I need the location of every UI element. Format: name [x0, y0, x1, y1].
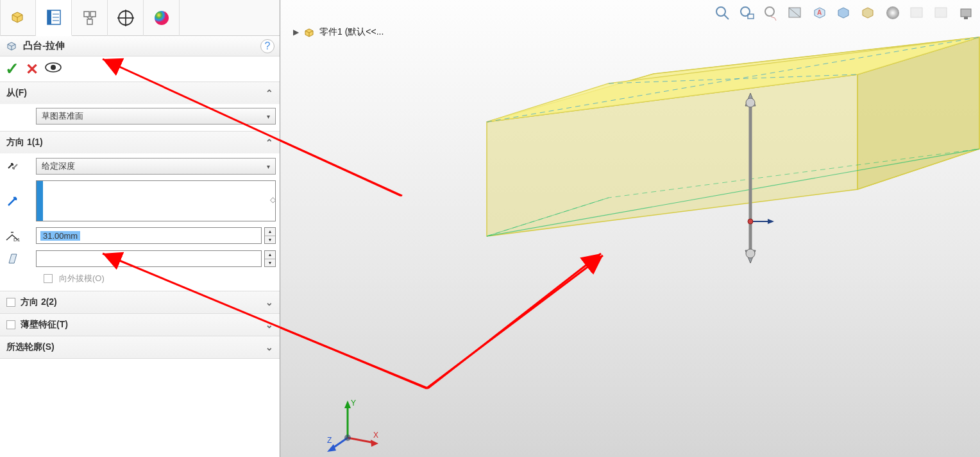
svg-marker-61 [344, 401, 351, 408]
svg-marker-63 [371, 440, 378, 447]
svg-marker-41 [487, 74, 858, 236]
section-dir1-header[interactable]: 方向 1(1) ⌃ [0, 132, 280, 153]
svg-marker-65 [327, 444, 336, 452]
svg-point-66 [344, 435, 351, 441]
svg-point-56 [748, 219, 753, 224]
graphics-viewport[interactable]: A ▶ 零件1 (默认<<... [280, 0, 980, 457]
section-dir2-label: 方向 2(2) [21, 297, 57, 308]
draft-outward-checkbox[interactable] [44, 274, 53, 283]
section-dir1-label: 方向 1(1) [6, 137, 43, 148]
direction-vector-icon [4, 192, 22, 210]
property-manager-panel: 凸台-拉伸 ? ✓ ✕ 从(F) ⌃ 草图基准面 [0, 0, 280, 457]
preview-button[interactable] [45, 62, 62, 76]
end-condition-dropdown[interactable]: 给定深度 [36, 158, 276, 175]
depth-spinner[interactable]: ▲▼ [264, 227, 276, 244]
chevron-down-icon: ⌄ [266, 320, 273, 330]
svg-point-53 [746, 249, 755, 258]
action-row: ✓ ✕ [0, 56, 280, 82]
section-from-header[interactable]: 从(F) ⌃ [0, 82, 280, 104]
triad-z-label: Z [327, 436, 332, 445]
model-preview[interactable] [280, 0, 980, 457]
tab-property-manager[interactable] [36, 0, 72, 36]
chevron-down-icon: ⌄ [266, 342, 273, 352]
orientation-triad[interactable]: Y X Z [316, 393, 380, 457]
chevron-down-icon: ⌄ [266, 297, 273, 307]
cancel-button[interactable]: ✕ [26, 60, 38, 78]
pin-icon[interactable]: ◇ [270, 195, 276, 204]
thin-checkbox[interactable] [6, 320, 15, 329]
feature-title: 凸台-拉伸 [23, 40, 65, 52]
svg-rect-1 [47, 10, 51, 24]
section-thin-header[interactable]: 薄壁特征(T) ⌄ [0, 314, 280, 336]
dir2-checkbox[interactable] [6, 298, 15, 307]
section-dir2-header[interactable]: 方向 2(2) ⌄ [0, 291, 280, 313]
svg-text:D1: D1 [13, 237, 21, 243]
end-condition-value: 给定深度 [42, 160, 75, 172]
depth-icon: D1 [4, 227, 22, 245]
from-dropdown[interactable]: 草图基准面 [36, 108, 276, 125]
draft-outward-label: 向外拔模(O) [59, 273, 105, 284]
ok-button[interactable]: ✓ [5, 59, 19, 79]
draft-spinner[interactable]: ▲▼ [264, 250, 276, 267]
svg-rect-7 [87, 19, 92, 24]
panel-tabs [0, 0, 280, 36]
svg-rect-6 [90, 12, 96, 17]
extrude-icon [5, 39, 19, 53]
tab-config-manager[interactable] [72, 0, 108, 36]
svg-point-51 [746, 98, 755, 107]
section-contours-header[interactable]: 所选轮廓(S) ⌄ [0, 336, 280, 358]
svg-point-13 [155, 11, 169, 25]
tab-feature-tree[interactable] [0, 0, 36, 36]
depth-value: 31.00mm [40, 231, 80, 241]
section-contours-label: 所选轮廓(S) [6, 341, 55, 353]
depth-input[interactable]: 31.00mm [36, 227, 262, 244]
draft-input[interactable] [36, 250, 262, 267]
feature-header: 凸台-拉伸 ? [0, 36, 280, 56]
svg-line-62 [348, 438, 375, 443]
svg-rect-5 [84, 12, 89, 17]
chevron-up-icon: ⌃ [266, 137, 273, 148]
from-dropdown-value: 草图基准面 [42, 110, 83, 122]
svg-marker-55 [768, 219, 774, 224]
svg-point-15 [51, 65, 56, 70]
triad-x-label: X [373, 431, 378, 440]
reverse-direction-button[interactable] [4, 157, 22, 175]
tab-dimxpert[interactable] [108, 0, 144, 36]
section-from-label: 从(F) [6, 87, 27, 99]
draft-icon [4, 250, 22, 268]
tab-display-manager[interactable] [144, 0, 180, 36]
chevron-up-icon: ⌃ [266, 88, 273, 98]
triad-y-label: Y [351, 399, 356, 408]
direction-selection-box[interactable] [36, 180, 276, 221]
section-thin-label: 薄壁特征(T) [21, 319, 68, 331]
help-button[interactable]: ? [260, 39, 275, 53]
